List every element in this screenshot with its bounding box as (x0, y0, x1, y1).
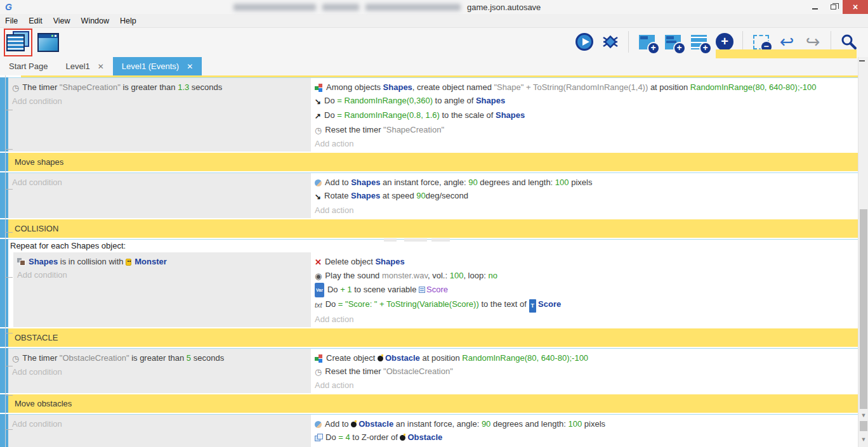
action-line[interactable]: Reset the timer "ShapeCreation" (311, 123, 858, 137)
gutter-tick (5, 189, 13, 190)
add-action-button[interactable]: Add action (311, 204, 858, 217)
menu-file[interactable]: File (5, 16, 25, 25)
text-segment: Delete object (325, 257, 376, 266)
action-line[interactable]: Rotate Shapes at speed 90deg/second (311, 189, 858, 204)
action-line[interactable]: Do = RandomInRange(0.8, 1.6) to the scal… (311, 108, 858, 123)
event-group-header[interactable]: OBSTACLE (0, 328, 858, 347)
action-line[interactable]: Do + 1 to scene variable Score (311, 283, 858, 297)
condition-line[interactable]: Shapes is in collision with Monster (13, 255, 311, 268)
tab-level1-events[interactable]: Level1 (Events)✕ (113, 57, 202, 75)
monster-object-icon (126, 259, 131, 266)
action-line[interactable]: Do = 4 to Z-order of Obstacle (311, 431, 858, 444)
actions-column: Delete object ShapesPlay the sound monst… (311, 252, 858, 327)
close-tab-icon[interactable]: ✕ (98, 62, 104, 71)
text-segment: degrees and length: (478, 178, 555, 187)
add-condition-button[interactable]: Add condition (8, 365, 311, 379)
event-group-header[interactable]: Move obstacles (0, 394, 858, 413)
tab-level1[interactable]: Level1✕ (56, 57, 112, 75)
add-condition-button[interactable]: Add condition (8, 94, 311, 108)
action-line[interactable]: Add to Obstacle an instant force, angle:… (311, 417, 858, 431)
add-action-button[interactable]: Add action (311, 444, 858, 447)
scroll-down-icon[interactable]: ▼ (858, 412, 868, 418)
action-line[interactable]: Do = RandomInRange(0,360) to angle of Sh… (311, 94, 858, 108)
event-selection-bar[interactable] (0, 414, 8, 447)
event-group-header[interactable]: COLLISION (0, 219, 858, 238)
text-segment: "ShapeCreation" (383, 125, 444, 134)
event-selection-bar[interactable] (0, 172, 8, 218)
menu-view[interactable]: View (53, 16, 77, 25)
text-segment: RandomInRange(80, 640-80);-100 (690, 82, 817, 92)
close-icon: × (853, 2, 858, 12)
action-line[interactable]: Do = "Score: " + ToString(Variable(Score… (311, 297, 858, 313)
add-action-button[interactable]: Add action (311, 379, 858, 392)
action-line[interactable]: Play the sound monster.wav, vol.: 100, l… (311, 269, 858, 283)
event-group-header[interactable]: Move shapes (0, 153, 858, 171)
minimize-button[interactable] (806, 0, 824, 14)
text-segment: "ObstacleCreation" (383, 366, 453, 376)
event-selection-bar[interactable] (0, 77, 8, 152)
play-icon (575, 33, 593, 51)
close-button[interactable]: × (843, 0, 868, 14)
action-line[interactable]: Among objects Shapes, create object name… (311, 81, 858, 94)
text-segment: at speed (380, 191, 416, 200)
add-comment-button[interactable]: + (688, 30, 709, 53)
play-button[interactable] (574, 30, 595, 53)
gutter-tick (5, 429, 13, 430)
close-tab-icon[interactable]: ✕ (187, 62, 193, 71)
text-segment: Obstacle (385, 353, 420, 363)
menu-edit[interactable]: Edit (29, 16, 49, 25)
foreach-header[interactable]: Repeat for each Shapes object: (8, 240, 858, 252)
text-segment: pixels (582, 419, 605, 429)
add-action-button[interactable]: Add action (311, 313, 858, 326)
text-segment: Shapes (375, 257, 404, 266)
menu-window[interactable]: Window (81, 16, 116, 25)
text-segment: Do (324, 110, 337, 120)
tab-start-page[interactable]: Start Page (0, 57, 56, 75)
restore-button[interactable] (824, 0, 843, 14)
text-segment: Do (324, 96, 337, 105)
add-event-button[interactable]: + (636, 30, 657, 53)
text-segment: Shapes (383, 82, 412, 92)
scroll-down-icon[interactable]: ▼ (858, 436, 868, 443)
event-selection-bar[interactable] (0, 219, 8, 238)
redacted-title-segment (233, 4, 316, 11)
text-segment: + 1 (340, 285, 352, 294)
menu-help[interactable]: Help (120, 16, 143, 25)
event-selection-bar[interactable] (0, 328, 8, 347)
action-line[interactable]: Create object Obstacle at position Rando… (311, 351, 858, 365)
add-condition-button[interactable]: Add condition (13, 268, 311, 282)
text-segment: Score (538, 299, 561, 309)
conditions-column: Shapes is in collision with MonsterAdd c… (13, 252, 311, 327)
text-segment: no (488, 271, 497, 280)
text-segment: to angle of (433, 96, 476, 105)
text-segment: deg/second (426, 191, 468, 200)
condition-line[interactable]: The timer "ObstacleCreation" is greater … (8, 351, 311, 365)
text-segment: to scene variable (352, 285, 419, 294)
events-editor-icon[interactable] (6, 31, 29, 51)
text-segment: Reset the timer (325, 125, 383, 134)
event-selection-bar[interactable] (0, 239, 8, 327)
add-condition-button[interactable]: Add condition (8, 176, 311, 189)
action-line[interactable]: Delete object Shapes (311, 255, 858, 269)
actions-column: Add to Shapes an instant force, angle: 9… (311, 172, 858, 218)
conditions-column: The timer "ObstacleCreation" is greater … (8, 348, 311, 393)
text-segment: Create object (326, 353, 378, 363)
tab-bar: Start Page Level1✕ Level1 (Events)✕ (0, 57, 868, 75)
debug-button[interactable] (600, 30, 621, 53)
condition-line[interactable]: The timer "ShapeCreation" is greater tha… (8, 81, 311, 94)
event-selection-bar[interactable] (0, 153, 8, 171)
scene-editor-icon[interactable] (37, 33, 59, 52)
text-object-icon (529, 299, 537, 313)
scrollbar-thumb[interactable] (860, 209, 867, 409)
vertical-scrollbar[interactable]: ▼ ▼ (858, 57, 868, 447)
add-action-button[interactable]: Add action (311, 137, 858, 150)
variable-icon (315, 283, 324, 297)
action-line[interactable]: Reset the timer "ObstacleCreation" (311, 365, 858, 379)
add-condition-button[interactable]: Add condition (8, 417, 311, 431)
add-subevent-button[interactable]: + (662, 30, 683, 53)
event-selection-bar[interactable] (0, 348, 8, 393)
scrollbar-bottom-box[interactable] (860, 421, 867, 431)
event-selection-bar[interactable] (0, 394, 8, 413)
text-segment: "ObstacleCreation" (60, 353, 129, 363)
action-line[interactable]: Add to Shapes an instant force, angle: 9… (311, 176, 858, 189)
